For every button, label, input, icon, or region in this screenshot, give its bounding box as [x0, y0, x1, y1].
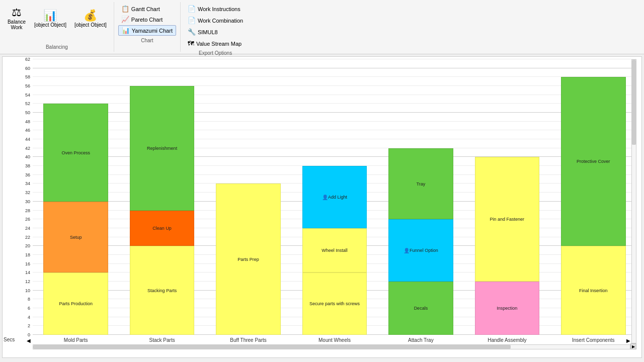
bar-stack: Parts ProductionSetupOven Process	[43, 104, 108, 335]
savings-button[interactable]: 💰 [object Object]	[71, 4, 110, 32]
chart-inner: Parts ProductionSetupOven ProcessStackin…	[33, 59, 636, 335]
pareto-chart-label: Pareto Chart	[131, 17, 163, 23]
right-arrow[interactable]: ▶	[626, 338, 630, 343]
y-axis-label: 34	[25, 181, 30, 186]
work-combination-label: Work Combination	[198, 18, 243, 24]
bar-group: Decals👤 Funnel OptionTray	[378, 59, 464, 335]
bar-segment: Oven Process	[43, 104, 108, 201]
work-instructions-button[interactable]: 📄 Work Instructions	[185, 4, 246, 14]
bar-group: Stacking PartsClean UpReplenishment	[119, 59, 205, 335]
y-axis: 6260585654525048464442403836343230282624…	[3, 59, 33, 335]
bar-group: Parts ProductionSetupOven Process	[33, 59, 119, 335]
scroll-corner[interactable]: ▶	[630, 343, 636, 349]
bar-group: InspectionPin and Fastener	[464, 59, 550, 335]
bar-stack: Final InsertionProtective Cover	[561, 77, 626, 335]
y-axis-label: 16	[25, 261, 30, 266]
y-axis-label: 2	[28, 323, 30, 328]
bar-segment: Setup	[43, 202, 108, 273]
bar-stack: Parts Prep	[216, 184, 281, 335]
yamazumi-chart-label: Yamazumi Chart	[132, 28, 173, 34]
y-axis-label: 42	[25, 146, 30, 151]
y-axis-label: 38	[25, 163, 30, 168]
bar-stack: InspectionPin and Fastener	[475, 157, 540, 335]
y-axis-label: 14	[25, 270, 30, 275]
y-axis-label: 44	[25, 137, 30, 142]
y-axis-label: 30	[25, 199, 30, 204]
utilization-label: [object Object]	[34, 22, 66, 28]
y-axis-label: 36	[25, 172, 30, 177]
work-combination-button[interactable]: 📄 Work Combination	[185, 16, 246, 25]
left-arrow[interactable]: ◀	[27, 338, 31, 343]
gantt-chart-button[interactable]: 📋 Gantt Chart	[118, 4, 176, 14]
secs-label: Secs	[4, 337, 15, 342]
y-axis-label: 62	[25, 57, 30, 62]
y-axis-label: 32	[25, 190, 30, 195]
y-axis-label: 22	[25, 235, 30, 240]
y-axis-label: 20	[25, 243, 30, 248]
y-axis-label: 52	[25, 101, 30, 106]
chart-group: 📋 Gantt Chart 📈 Pareto Chart 📊 Yamazumi …	[114, 2, 181, 52]
bar-segment: Wheel Install	[302, 228, 367, 273]
bar-stack: Stacking PartsClean UpReplenishment	[130, 86, 195, 335]
export-group-label: Export Options	[185, 50, 246, 56]
y-axis-label: 60	[25, 66, 30, 71]
balancing-group-label: Balancing	[46, 42, 68, 50]
y-axis-label: 58	[25, 74, 30, 79]
bar-segment: 👤 Funnel Option	[388, 219, 453, 282]
y-axis-label: 6	[28, 306, 30, 311]
gantt-chart-label: Gantt Chart	[131, 6, 160, 12]
y-axis-label: 28	[25, 208, 30, 213]
simul8-button[interactable]: 🔧 SIMUL8	[185, 27, 246, 37]
export-group: 📄 Work Instructions 📄 Work Combination 🔧…	[181, 2, 250, 52]
y-axis-label: 56	[25, 83, 30, 88]
y-axis-label: 10	[25, 288, 30, 293]
y-axis-label: 12	[25, 279, 30, 284]
y-axis-label: 18	[25, 252, 30, 257]
value-stream-map-button[interactable]: 🗺 Value Stream Map	[185, 39, 246, 48]
balance-work-button[interactable]: ⚖ Balance Work	[4, 4, 29, 32]
bar-segment: Inspection	[475, 282, 540, 335]
bar-segment: Parts Production	[43, 273, 108, 335]
toolbar: ⚖ Balance Work 📊 [object Object] 💰 [obje…	[0, 0, 644, 54]
y-axis-label: 50	[25, 110, 30, 115]
bar-segment: Secure parts with screws	[302, 273, 367, 335]
bar-segment: Clean Up	[130, 211, 195, 246]
bar-group: Secure parts with screwsWheel Install👤 A…	[291, 59, 377, 335]
bar-segment: Replenishment	[130, 86, 195, 210]
y-axis-label: 26	[25, 217, 30, 222]
bar-stack: Secure parts with screwsWheel Install👤 A…	[302, 166, 367, 335]
bar-segment: Pin and Fastener	[475, 157, 540, 281]
y-axis-label: 8	[28, 297, 30, 302]
bar-group: Final InsertionProtective Cover	[550, 59, 636, 335]
y-axis-label: 40	[25, 154, 30, 159]
bar-stack: Decals👤 Funnel OptionTray	[388, 148, 453, 335]
v-scroll-thumb[interactable]	[632, 60, 636, 145]
bar-segment: Parts Prep	[216, 184, 281, 335]
yamazumi-chart-button[interactable]: 📊 Yamazumi Chart	[118, 25, 176, 36]
h-scroll-thumb[interactable]	[33, 345, 511, 349]
bar-segment: Protective Cover	[561, 77, 626, 246]
simul8-label: SIMUL8	[198, 29, 218, 35]
bar-segment: Stacking Parts	[130, 246, 195, 335]
bar-segment: Decals	[388, 282, 453, 335]
y-axis-label: 4	[28, 315, 30, 320]
bar-segment: 👤 Add Light	[302, 166, 367, 228]
chart-group-label: Chart	[118, 38, 176, 43]
y-axis-label: 46	[25, 128, 30, 133]
value-stream-map-label: Value Stream Map	[196, 41, 242, 47]
y-axis-label: 0	[28, 332, 30, 337]
balancing-group: ⚖ Balance Work 📊 [object Object] 💰 [obje…	[0, 2, 114, 52]
savings-label: [object Object]	[74, 22, 107, 28]
bar-segment: Final Insertion	[561, 246, 626, 335]
bar-segment: Tray	[388, 148, 453, 219]
horizontal-scrollbar[interactable]	[33, 344, 630, 349]
bar-group: Parts Prep	[205, 59, 291, 335]
vertical-scrollbar[interactable]	[631, 59, 636, 343]
y-axis-label: 24	[25, 226, 30, 231]
bars-container: Parts ProductionSetupOven ProcessStackin…	[33, 59, 636, 335]
pareto-chart-button[interactable]: 📈 Pareto Chart	[118, 15, 176, 24]
chart-area: 6260585654525048464442403836343230282624…	[2, 56, 642, 358]
utilization-button[interactable]: 📊 [object Object]	[31, 4, 69, 32]
balance-work-label: Balance Work	[8, 19, 26, 30]
y-axis-label: 54	[25, 93, 30, 98]
